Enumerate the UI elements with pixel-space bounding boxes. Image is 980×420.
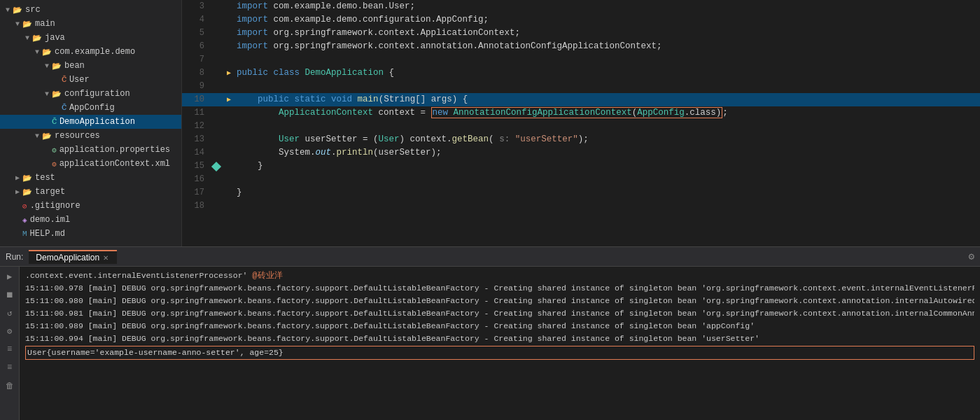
line-text-14: System.out.println(userSetter); bbox=[235, 146, 980, 160]
run-arrow-10: ▶ bbox=[223, 93, 235, 106]
line-text-5: import org.springframework.context.Appli… bbox=[235, 27, 980, 40]
code-editor[interactable]: 3import com.example.demo.bean.User;4impo… bbox=[182, 0, 980, 246]
tree-arrow-configuration: ▼ bbox=[42, 90, 52, 98]
breakpoint-16[interactable] bbox=[210, 173, 223, 186]
tree-label-java: java bbox=[45, 33, 65, 43]
tree-label-bean: bean bbox=[64, 61, 85, 71]
tree-label-src: src bbox=[25, 5, 41, 15]
code-line-5: 5import org.springframework.context.Appl… bbox=[182, 27, 980, 40]
code-line-8: 8▶public class DemoApplication { bbox=[182, 66, 980, 80]
console-line: 15:11:00.978 [main] DEBUG org.springfram… bbox=[25, 282, 974, 295]
breakpoint-7[interactable] bbox=[210, 53, 223, 66]
console-line: 15:11:00.989 [main] DEBUG org.springfram… bbox=[25, 320, 974, 332]
tree-label-User: User bbox=[69, 75, 90, 85]
tree-arrow-com.example.demo: ▼ bbox=[32, 48, 42, 56]
settings-icon[interactable]: ⚙ bbox=[969, 251, 974, 262]
breakpoint-15[interactable] bbox=[210, 160, 223, 173]
run-arrow-8: ▶ bbox=[223, 66, 235, 80]
run-tab[interactable]: DemoApplication ✕ bbox=[29, 250, 117, 264]
tree-item-target[interactable]: ▶📂target bbox=[0, 185, 181, 199]
breakpoint-14[interactable] bbox=[210, 146, 223, 160]
tool2-icon[interactable]: ≡ bbox=[3, 342, 17, 356]
breakpoint-11[interactable] bbox=[210, 106, 223, 120]
code-line-18: 18 bbox=[182, 200, 980, 213]
tree-label-applicationContext.xml: applicationContext.xml bbox=[59, 159, 170, 169]
run-arrow-16 bbox=[223, 173, 235, 186]
tree-arrow-main: ▼ bbox=[13, 20, 22, 28]
tree-item-com.example.demo[interactable]: ▼📂com.example.demo bbox=[0, 45, 181, 59]
breakpoint-6[interactable] bbox=[210, 40, 223, 53]
run-icon[interactable]: ▶ bbox=[3, 270, 17, 284]
tree-item-.gitignore[interactable]: ⊘.gitignore bbox=[0, 199, 181, 213]
code-line-3: 3import com.example.demo.bean.User; bbox=[182, 0, 980, 13]
run-arrow-3 bbox=[223, 0, 235, 13]
tool1-icon[interactable]: ⚙ bbox=[3, 324, 17, 338]
restart-icon[interactable]: ↺ bbox=[3, 306, 17, 320]
file-icon-md: M bbox=[22, 230, 27, 238]
tool4-icon[interactable]: 🗑 bbox=[3, 379, 17, 393]
file-icon-class: C̈ bbox=[62, 76, 66, 84]
stop-icon[interactable]: ⏹ bbox=[3, 288, 17, 302]
tree-item-application.properties[interactable]: ⚙application.properties bbox=[0, 143, 181, 157]
file-icon-folder: 📂 bbox=[52, 90, 62, 99]
breakpoint-9[interactable] bbox=[210, 80, 223, 93]
file-icon-folder: 📂 bbox=[42, 132, 52, 141]
tree-item-demo.iml[interactable]: ◈demo.iml bbox=[0, 213, 181, 227]
file-icon-folder: 📂 bbox=[22, 188, 32, 197]
tree-item-src[interactable]: ▼📂src bbox=[0, 3, 181, 17]
code-line-17: 17} bbox=[182, 186, 980, 200]
file-icon-folder: 📂 bbox=[22, 174, 32, 183]
breakpoint-10[interactable] bbox=[210, 93, 223, 106]
run-arrow-17 bbox=[223, 186, 235, 200]
tree-label-HELP.md: HELP.md bbox=[30, 229, 65, 239]
tree-item-AppConfig[interactable]: C̈AppConfig bbox=[0, 101, 181, 115]
file-tree: ▼📂src▼📂main▼📂java▼📂com.example.demo▼📂bea… bbox=[0, 0, 182, 246]
line-text-18 bbox=[235, 200, 980, 213]
run-arrow-15 bbox=[223, 160, 235, 173]
breakpoint-3[interactable] bbox=[210, 0, 223, 13]
run-arrow-6 bbox=[223, 40, 235, 53]
breakpoint-12[interactable] bbox=[210, 120, 223, 133]
console-line: .context.event.internalEventListenerProc… bbox=[25, 270, 974, 282]
line-text-10: public static void main(String[] args) { bbox=[235, 93, 980, 106]
tree-item-bean[interactable]: ▼📂bean bbox=[0, 59, 181, 73]
tree-item-User[interactable]: C̈User bbox=[0, 73, 181, 87]
breakpoint-4[interactable] bbox=[210, 13, 223, 27]
console-line: 15:11:00.994 [main] DEBUG org.springfram… bbox=[25, 332, 974, 345]
tree-item-HELP.md[interactable]: MHELP.md bbox=[0, 227, 181, 241]
run-toolbar: Run: DemoApplication ✕ ⚙ bbox=[0, 247, 980, 267]
tree-item-java[interactable]: ▼📂java bbox=[0, 31, 181, 45]
file-icon-class: C̈ bbox=[62, 104, 66, 112]
file-icon-package: 📂 bbox=[42, 48, 52, 57]
tree-item-configuration[interactable]: ▼📂configuration bbox=[0, 87, 181, 101]
tree-label-application.properties: application.properties bbox=[59, 145, 170, 155]
run-arrow-5 bbox=[223, 27, 235, 40]
tab-close[interactable]: ✕ bbox=[102, 254, 110, 262]
file-icon-folder: 📂 bbox=[52, 62, 62, 71]
line-text-4: import com.example.demo.configuration.Ap… bbox=[235, 13, 980, 27]
breakpoint-17[interactable] bbox=[210, 186, 223, 200]
line-text-8: public class DemoApplication { bbox=[235, 66, 980, 80]
line-text-7 bbox=[235, 53, 980, 66]
tree-label-AppConfig: AppConfig bbox=[69, 103, 115, 113]
console-output[interactable]: .context.event.internalEventListenerProc… bbox=[20, 267, 980, 420]
tool3-icon[interactable]: ≡ bbox=[3, 360, 17, 374]
breakpoint-13[interactable] bbox=[210, 133, 223, 146]
file-icon-folder: 📂 bbox=[32, 34, 42, 43]
line-text-6: import org.springframework.context.annot… bbox=[235, 40, 980, 53]
breakpoint-18[interactable] bbox=[210, 200, 223, 213]
tree-item-applicationContext.xml[interactable]: ⚙applicationContext.xml bbox=[0, 157, 181, 171]
tree-item-DemoApplication[interactable]: C̈DemoApplication bbox=[0, 115, 181, 129]
line-text-13: User userSetter = (User) context.getBean… bbox=[235, 133, 980, 146]
breakpoint-8[interactable] bbox=[210, 66, 223, 80]
file-icon-props: ⚙ bbox=[52, 146, 57, 155]
tree-arrow-resources: ▼ bbox=[32, 132, 42, 140]
tree-arrow-target: ▶ bbox=[13, 188, 22, 196]
tree-item-main[interactable]: ▼📂main bbox=[0, 17, 181, 31]
breakpoint-5[interactable] bbox=[210, 27, 223, 40]
main-area: ▼📂src▼📂main▼📂java▼📂com.example.demo▼📂bea… bbox=[0, 0, 980, 246]
run-arrow-18 bbox=[223, 200, 235, 213]
line-text-15: } bbox=[235, 160, 980, 173]
tree-item-resources[interactable]: ▼📂resources bbox=[0, 129, 181, 143]
tree-item-test[interactable]: ▶📂test bbox=[0, 171, 181, 185]
